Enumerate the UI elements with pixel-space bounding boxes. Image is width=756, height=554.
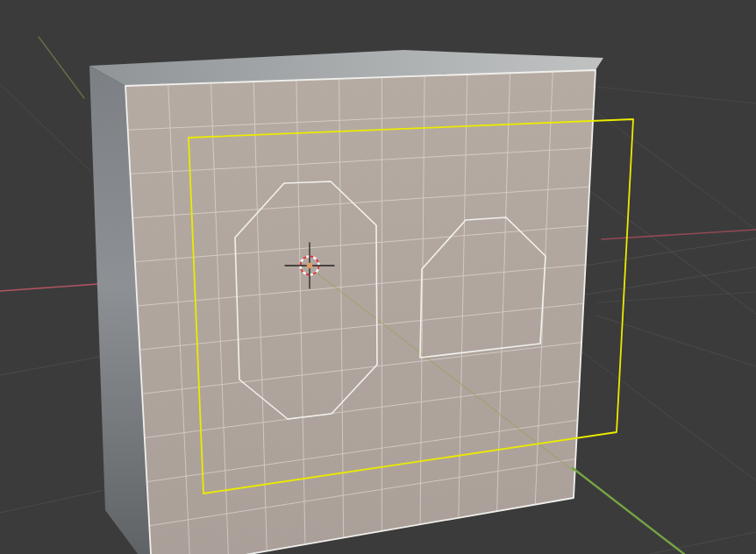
3d-cursor-origin-dot <box>307 263 313 269</box>
viewport-canvas[interactable] <box>0 0 756 554</box>
3d-viewport <box>0 0 756 554</box>
